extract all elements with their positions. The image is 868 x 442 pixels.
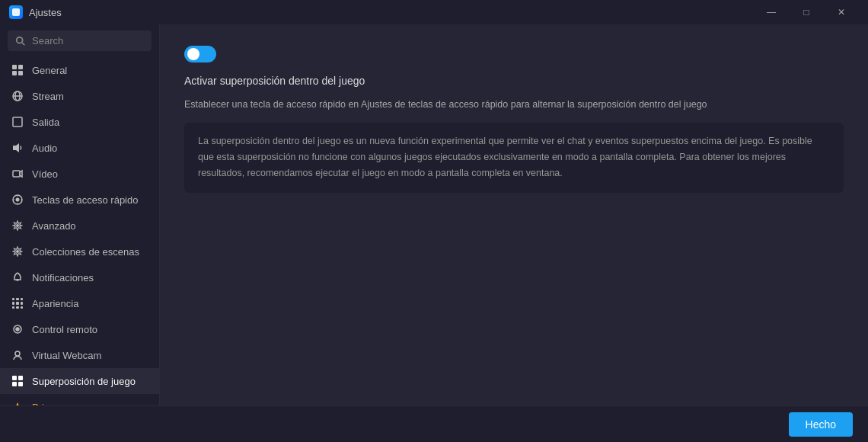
globe-icon — [11, 89, 24, 103]
sidebar-label-overlay: Superposición de juego — [32, 376, 136, 387]
video-icon — [11, 167, 24, 181]
sidebar-item-scenes[interactable]: Colecciones de escenas — [0, 239, 159, 264]
svg-marker-6 — [13, 143, 19, 152]
close-button[interactable]: ✕ — [824, 0, 859, 24]
hotkey-hint: Establecer una tecla de acceso rápido en… — [184, 98, 844, 112]
sidebar-label-scenes: Colecciones de escenas — [32, 246, 139, 258]
sidebar-item-salida[interactable]: Salida — [0, 109, 159, 135]
toggle-knob — [187, 48, 199, 60]
grid-icon — [11, 63, 24, 77]
svg-rect-7 — [13, 171, 20, 177]
svg-point-15 — [16, 224, 19, 227]
search-container: Search — [0, 30, 159, 57]
sidebar-item-audio[interactable]: Audio — [0, 135, 159, 161]
sidebar-item-appearance[interactable]: Apariencia — [0, 290, 159, 316]
sidebar-item-webcam[interactable]: Virtual Webcam — [0, 342, 159, 368]
search-icon — [15, 36, 26, 46]
description-box: La superposición dentro del juego es un … — [184, 123, 844, 193]
sidebar-label-webcam: Virtual Webcam — [32, 350, 101, 361]
app-title: Ajustes — [29, 7, 62, 18]
advanced-icon — [11, 219, 24, 232]
sidebar-label-hotkeys: Teclas de acceso rápido — [32, 194, 138, 206]
sidebar-item-general[interactable]: General — [0, 57, 159, 83]
done-button[interactable]: Hecho — [789, 412, 853, 437]
appearance-icon — [11, 296, 24, 310]
sidebar-label-audio: Audio — [32, 143, 57, 154]
sidebar-item-advanced[interactable]: Avanzado — [0, 213, 159, 239]
remote-icon — [11, 322, 24, 336]
sidebar-item-overlay[interactable]: Superposición de juego — [0, 368, 159, 394]
sidebar-label-stream: Stream — [32, 91, 64, 102]
titlebar: Ajustes — □ ✕ — [0, 0, 868, 24]
prime-icon — [11, 400, 24, 405]
output-icon — [11, 115, 24, 129]
overlay-toggle[interactable] — [184, 46, 216, 62]
description-text: La superposición dentro del juego es un … — [198, 136, 812, 179]
overlay-toggle-section: Activar superposición dentro del juego E… — [184, 46, 844, 193]
sidebar-label-video: Vídeo — [32, 168, 58, 180]
svg-point-19 — [16, 328, 19, 331]
sidebar-item-notifications[interactable]: Notificaciones — [0, 264, 159, 290]
sidebar-item-hotkeys[interactable]: Teclas de acceso rápido — [0, 187, 159, 213]
svg-point-0 — [17, 37, 23, 43]
sidebar-label-salida: Salida — [32, 117, 59, 128]
svg-rect-5 — [13, 117, 22, 127]
svg-point-16 — [16, 250, 19, 253]
sidebar-label-appearance: Apariencia — [32, 298, 78, 309]
hotkeys-icon — [11, 193, 24, 207]
maximize-button[interactable]: □ — [789, 0, 824, 24]
search-box[interactable]: Search — [8, 30, 152, 51]
titlebar-left: Ajustes — [9, 5, 62, 19]
main-content: Search General Stream — [0, 24, 868, 405]
sidebar-label-advanced: Avanzado — [32, 220, 76, 232]
sidebar-item-video[interactable]: Vídeo — [0, 161, 159, 187]
sidebar-item-prime[interactable]: Prime — [0, 394, 159, 405]
bell-icon — [11, 271, 24, 284]
audio-icon — [11, 141, 24, 155]
sidebar-label-remote: Control remoto — [32, 324, 97, 335]
svg-point-10 — [16, 198, 20, 202]
minimize-button[interactable]: — — [754, 0, 789, 24]
svg-point-20 — [15, 351, 20, 356]
toggle-row — [184, 46, 844, 62]
sidebar: Search General Stream — [0, 24, 160, 405]
sidebar-item-stream[interactable]: Stream — [0, 83, 159, 109]
app-icon — [9, 5, 23, 19]
toggle-label: Activar superposición dentro del juego — [184, 75, 844, 87]
sidebar-item-remote[interactable]: Control remoto — [0, 316, 159, 342]
footer: Hecho — [0, 405, 868, 442]
window-controls: — □ ✕ — [754, 0, 859, 24]
scenes-icon — [11, 245, 24, 258]
overlay-icon — [11, 374, 24, 388]
search-placeholder: Search — [32, 35, 63, 46]
sidebar-label-general: General — [32, 65, 67, 76]
sidebar-label-notifications: Notificaciones — [32, 272, 94, 283]
svg-line-1 — [22, 43, 24, 45]
settings-panel: Activar superposición dentro del juego E… — [160, 24, 868, 405]
webcam-icon — [11, 348, 24, 362]
svg-marker-8 — [20, 171, 22, 177]
